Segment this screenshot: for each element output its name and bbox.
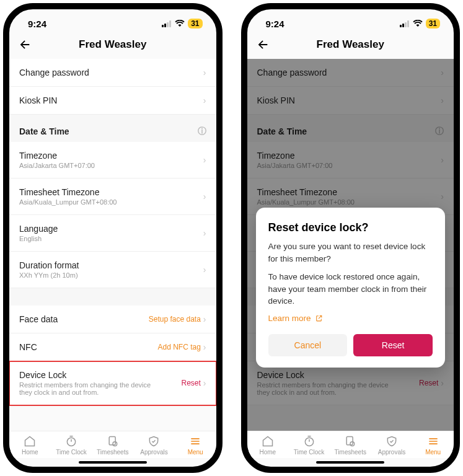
row-face-data[interactable]: Face data Setup face data ›: [9, 306, 216, 333]
chevron-right-icon: ›: [203, 68, 206, 77]
row-nfc[interactable]: NFC Add NFC tag ›: [9, 333, 216, 361]
chevron-right-icon: ›: [441, 155, 444, 165]
row-kiosk-pin[interactable]: Kiosk PIN ›: [9, 87, 216, 115]
chevron-right-icon: ›: [203, 378, 206, 388]
tab-approvals[interactable]: Approvals: [133, 435, 175, 456]
tab-home[interactable]: Home: [9, 435, 51, 456]
external-link-icon: [315, 314, 323, 322]
shield-check-icon: [386, 435, 398, 447]
svg-point-4: [67, 438, 75, 446]
row-label: Kiosk PIN: [19, 95, 57, 105]
status-time: 9:24: [28, 19, 46, 29]
row-sub: Asia/Kuala_Lumpur GMT+08:00: [257, 198, 355, 206]
row-action[interactable]: Setup face data: [149, 315, 201, 324]
home-icon: [24, 435, 36, 447]
header: Fred Weasley: [9, 34, 216, 59]
row-sub: Asia/Kuala_Lumpur GMT+08:00: [19, 198, 117, 206]
row-sub: Restrict members from changing the devic…: [257, 381, 400, 396]
timesheet-icon: [107, 435, 119, 447]
row-action[interactable]: Reset: [181, 379, 200, 387]
tab-label: Home: [260, 449, 276, 456]
cancel-button[interactable]: Cancel: [268, 334, 348, 356]
row-label: Face data: [19, 314, 58, 324]
row-language[interactable]: Language English ›: [9, 215, 216, 252]
row-label: Change password: [257, 68, 327, 77]
row-change-password[interactable]: Change password ›: [9, 59, 216, 87]
row-action[interactable]: Reset: [419, 379, 438, 387]
menu-icon: [189, 435, 201, 447]
tab-time-clock[interactable]: Time Clock: [288, 435, 330, 456]
row-sub: Asia/Jakarta GMT+07:00: [19, 162, 95, 169]
status-time: 9:24: [266, 19, 284, 29]
tab-approvals[interactable]: Approvals: [371, 435, 413, 456]
reset-button[interactable]: Reset: [353, 334, 433, 356]
row-device-lock[interactable]: Device LockRestrict members from changin…: [247, 361, 454, 405]
screen-body: Change password› Kiosk PIN› Date & Timeⓘ…: [247, 59, 454, 431]
tab-label: Time Clock: [294, 449, 325, 456]
chevron-right-icon: ›: [441, 95, 444, 105]
home-icon: [262, 435, 274, 447]
svg-rect-5: [109, 437, 115, 445]
tab-timesheets[interactable]: Timesheets: [92, 435, 133, 456]
row-change-password[interactable]: Change password›: [247, 59, 454, 87]
chevron-right-icon: ›: [203, 155, 206, 165]
header: Fred Weasley: [247, 34, 454, 59]
row-sub: Asia/Jakarta GMT+07:00: [257, 162, 333, 169]
row-device-lock[interactable]: Device Lock Restrict members from changi…: [9, 361, 216, 405]
row-kiosk-pin[interactable]: Kiosk PIN›: [247, 87, 454, 115]
row-timezone[interactable]: Timezone Asia/Jakarta GMT+07:00 ›: [9, 142, 216, 178]
chevron-right-icon: ›: [441, 192, 444, 201]
tab-label: Approvals: [378, 449, 405, 456]
chevron-right-icon: ›: [441, 378, 444, 388]
svg-rect-3: [169, 20, 171, 27]
row-label: Timezone: [257, 151, 333, 161]
info-icon[interactable]: ⓘ: [198, 126, 206, 137]
back-button[interactable]: [256, 38, 273, 51]
shield-check-icon: [148, 435, 160, 447]
reset-device-lock-modal: Reset device lock? Are you sure you want…: [256, 208, 446, 368]
svg-rect-9: [405, 22, 407, 27]
tab-label: Timesheets: [335, 449, 366, 456]
modal-text-2: To have device lock restored once again,…: [268, 271, 433, 307]
timesheet-icon: [344, 435, 356, 447]
row-duration-format[interactable]: Duration format XXh YYm (2h 10m) ›: [9, 252, 216, 288]
info-icon[interactable]: ⓘ: [435, 126, 444, 137]
row-timezone[interactable]: TimezoneAsia/Jakarta GMT+07:00›: [247, 142, 454, 178]
home-indicator: [247, 458, 454, 467]
section-date-time: Date & Time ⓘ: [9, 115, 216, 142]
back-button[interactable]: [18, 38, 35, 51]
battery-badge: 31: [426, 19, 440, 29]
row-label: Timesheet Timezone: [257, 187, 355, 197]
battery-badge: 31: [188, 19, 202, 29]
learn-more-label: Learn more: [268, 314, 311, 323]
page-title: Fred Weasley: [273, 38, 428, 51]
svg-rect-2: [167, 22, 169, 27]
chevron-right-icon: ›: [441, 68, 444, 77]
tab-label: Home: [22, 449, 38, 456]
row-timesheet-timezone[interactable]: Timesheet Timezone Asia/Kuala_Lumpur GMT…: [9, 178, 216, 215]
home-indicator: [9, 458, 216, 467]
svg-rect-1: [164, 24, 166, 27]
tab-timesheets[interactable]: Timesheets: [330, 435, 371, 456]
phone-screenshot-left: 9:24 31 Fred Weasley Change password › K…: [3, 3, 223, 473]
modal-title: Reset device lock?: [268, 221, 433, 234]
row-label: Language: [19, 224, 58, 234]
section-title: Date & Time: [19, 126, 69, 136]
section-title: Date & Time: [257, 126, 307, 136]
svg-point-6: [113, 442, 117, 446]
tab-home[interactable]: Home: [247, 435, 289, 456]
row-action[interactable]: Add NFC tag: [157, 343, 200, 351]
learn-more-link[interactable]: Learn more: [268, 314, 433, 323]
row-label: NFC: [19, 342, 37, 352]
row-label: Kiosk PIN: [257, 95, 295, 105]
tab-time-clock[interactable]: Time Clock: [51, 435, 92, 456]
row-label: Timesheet Timezone: [19, 187, 117, 197]
tab-label: Menu: [425, 449, 441, 456]
status-bar: 9:24 31: [247, 9, 454, 34]
chevron-right-icon: ›: [203, 265, 206, 275]
tab-menu[interactable]: Menu: [412, 435, 454, 456]
chevron-right-icon: ›: [203, 192, 206, 201]
tab-menu[interactable]: Menu: [175, 435, 216, 456]
tab-label: Timesheets: [97, 449, 128, 456]
section-date-time: Date & Timeⓘ: [247, 115, 454, 142]
